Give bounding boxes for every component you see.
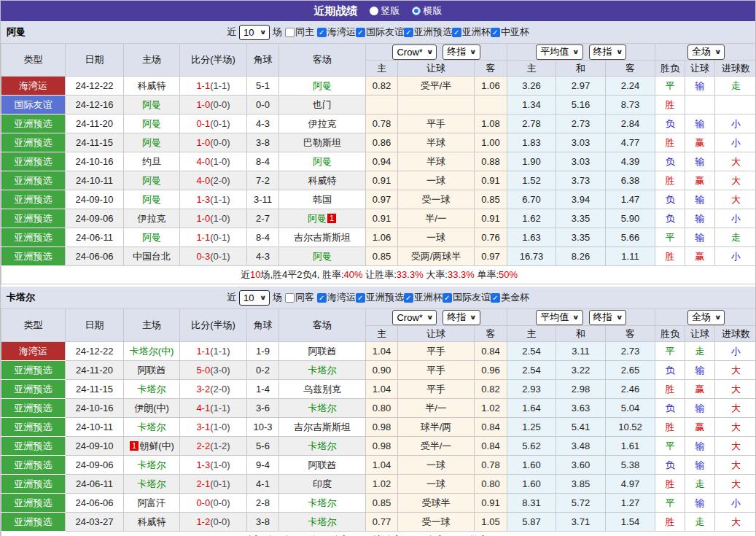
checkbox-checked-icon[interactable] <box>491 28 500 37</box>
checkbox-checked-icon[interactable] <box>404 28 413 37</box>
score-cell: 3-1(1-0) <box>180 418 247 437</box>
final-odds-select[interactable]: 终指 <box>443 44 480 60</box>
match-row: 亚洲预选24-06-06阿富汗0-0(0-0)2-8卡塔尔0.85受球半0.91… <box>1 494 756 513</box>
score-cell: 2-2(1-2) <box>180 437 247 456</box>
team-cell: 约旦 <box>124 152 180 171</box>
league-filter[interactable]: 国际友谊 <box>443 291 491 304</box>
checkbox-checked-icon[interactable] <box>317 293 327 303</box>
team-cell: 卡塔尔 <box>279 437 366 456</box>
average-select[interactable]: 平均值 <box>536 310 582 325</box>
vertical-layout-label: 竖版 <box>381 4 400 18</box>
match-count-value: 10 <box>243 27 254 38</box>
result-handicap-cell: 走 <box>685 475 715 494</box>
team-name-text: 阿富汗 <box>138 497 166 508</box>
team-cell: 阿曼 <box>124 114 180 133</box>
summary-part: 33.3% <box>448 269 475 280</box>
league-filter[interactable]: 亚洲杯 <box>452 26 491 39</box>
halftime-score: (1-0) <box>210 156 230 167</box>
match-date-cell: 24-11-20 <box>66 361 124 380</box>
summary-part: 50% <box>499 269 518 280</box>
league-filter[interactable]: 亚洲预选 <box>404 26 452 39</box>
same-venue-label: 同主 <box>295 26 314 39</box>
odds-home-cell: 0.91 <box>366 171 398 190</box>
team-name-text: 科威特 <box>138 80 166 91</box>
same-venue-filter[interactable]: 同主 <box>285 26 314 39</box>
europe-odds-group: 平均值 终指 <box>507 309 655 326</box>
team-name-text: 阿曼 <box>313 80 332 91</box>
radio-selected-icon[interactable] <box>412 7 421 15</box>
summary-part: 让胜率: <box>363 269 397 280</box>
league-filter[interactable]: 亚洲预选 <box>356 291 404 304</box>
team-cell: 阿曼 <box>124 171 180 190</box>
match-date-cell: 24-12-22 <box>66 77 124 96</box>
checkbox-checked-icon[interactable] <box>404 293 413 303</box>
team-cell: 阿曼1 <box>279 209 366 228</box>
league-filter-label: 亚洲预选 <box>366 291 404 304</box>
match-row: 海湾运24-12-22卡塔尔(中)1-1(1-1)1-9阿联酋1.04平手0.8… <box>1 342 756 361</box>
halftime-score: (0-1) <box>210 251 230 262</box>
fulltime-score: 4-0 <box>196 156 210 167</box>
odds-away-cell: 1.00 <box>475 133 507 152</box>
score-cell: 1-1(1-1) <box>180 342 247 361</box>
checkbox-checked-icon[interactable] <box>356 28 365 37</box>
handicap-cell: 受一球 <box>398 513 475 532</box>
halftime-score: (0-0) <box>210 516 230 527</box>
league-filter[interactable]: 中亚杯 <box>491 26 529 39</box>
team-cell: 阿曼 <box>279 152 366 171</box>
fulltime-score: 1-0 <box>196 213 210 224</box>
average-select[interactable]: 平均值 <box>536 44 582 60</box>
avg-away-cell: 10.52 <box>606 418 655 437</box>
checkbox-unchecked-icon[interactable] <box>285 28 295 37</box>
scope-select[interactable]: 全场 <box>687 310 725 325</box>
vertical-layout-radio[interactable]: 竖版 <box>370 4 400 18</box>
match-row: 亚洲预选24-10-16约旦4-0(1-0)8-4阿曼0.94半球0.881.9… <box>1 152 756 171</box>
avg-draw-cell: 3.85 <box>556 475 606 494</box>
checkbox-checked-icon[interactable] <box>356 293 365 303</box>
fulltime-score: 5-0 <box>196 365 210 376</box>
bookmaker-select[interactable]: Crow* <box>392 310 437 325</box>
result-outcome-cell: 平 <box>655 77 685 96</box>
score-cell: 3-2(2-0) <box>180 380 247 399</box>
scope-select[interactable]: 全场 <box>687 44 725 60</box>
match-count-select[interactable]: 10 <box>239 290 270 306</box>
halftime-score: (1-1) <box>210 403 230 413</box>
team-name-text: 阿曼 <box>308 213 327 224</box>
final-odds-select[interactable]: 终指 <box>443 310 480 325</box>
checkbox-checked-icon[interactable] <box>491 293 500 303</box>
handicap-cell: 受两/两球半 <box>398 247 475 266</box>
bookmaker-select[interactable]: Crow* <box>392 44 437 60</box>
horizontal-layout-radio[interactable]: 横版 <box>412 4 443 18</box>
handicap-cell: 平手 <box>398 361 475 380</box>
handicap-cell: 受一球 <box>398 190 475 209</box>
match-type-cell: 海湾运 <box>1 77 66 96</box>
checkbox-checked-icon[interactable] <box>452 28 461 37</box>
odds-home-cell: 0.80 <box>366 399 398 418</box>
league-filter[interactable]: 美金杯 <box>491 291 529 304</box>
handicap-cell: 半球 <box>398 133 475 152</box>
league-filter[interactable]: 海湾运 <box>317 26 356 39</box>
checkbox-unchecked-icon[interactable] <box>285 293 295 303</box>
radio-unselected-icon[interactable] <box>370 7 378 15</box>
checkbox-checked-icon[interactable] <box>317 28 327 37</box>
match-date-cell: 24-06-06 <box>66 247 124 266</box>
team-cell: 科威特 <box>279 171 366 190</box>
checkbox-checked-icon[interactable] <box>443 293 452 303</box>
league-filter[interactable]: 国际友谊 <box>356 26 404 39</box>
final-odds-select-2[interactable]: 终指 <box>589 44 626 60</box>
match-type-cell: 亚洲预选 <box>1 380 66 399</box>
same-venue-filter[interactable]: 同客 <box>285 291 314 304</box>
team-cell: 巴勒斯坦 <box>279 133 366 152</box>
league-filter[interactable]: 海湾运 <box>317 291 356 304</box>
league-filter[interactable]: 亚洲杯 <box>404 291 443 304</box>
subcol-odds-away: 客 <box>475 61 507 77</box>
corner-cell: 7-2 <box>247 171 279 190</box>
result-handicap-cell <box>685 96 715 114</box>
result-goals-cell: 大 <box>715 152 756 171</box>
col-header-date: 日期 <box>66 44 124 77</box>
match-count-select[interactable]: 10 <box>239 25 270 40</box>
league-filter-label: 国际友谊 <box>366 26 404 39</box>
final-odds-select-2[interactable]: 终指 <box>589 310 626 325</box>
result-outcome-cell: 胜 <box>655 513 685 532</box>
corner-cell: 0-2 <box>247 361 279 380</box>
match-type-cell: 亚洲预选 <box>1 361 66 380</box>
